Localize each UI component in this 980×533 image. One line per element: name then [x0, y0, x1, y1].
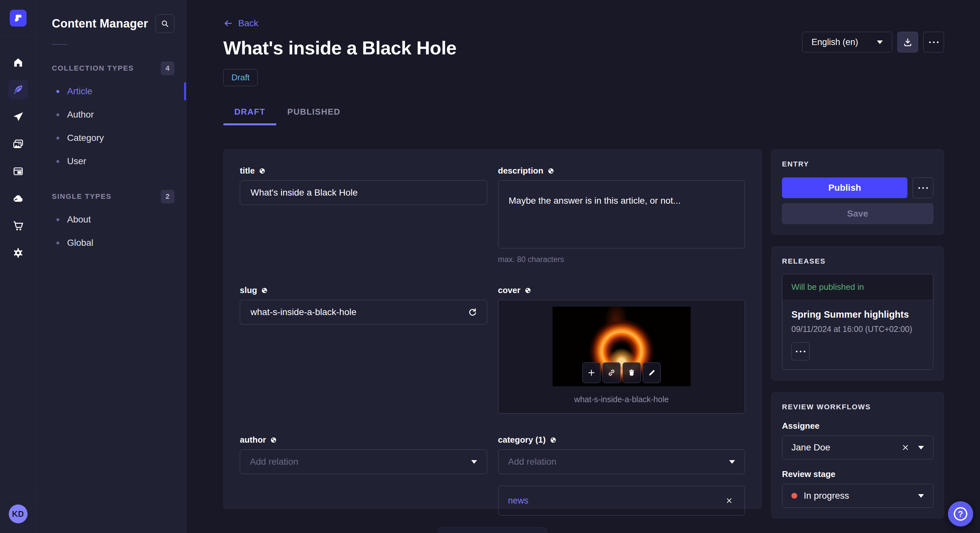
bullet-icon: [56, 113, 59, 116]
review-workflows-panel: REVIEW WORKFLOWS Assignee Jane Doe Revie…: [771, 392, 944, 519]
assignee-value: Jane Doe: [791, 443, 901, 453]
category-field-label: category (1): [498, 435, 546, 445]
remove-relation-button[interactable]: [723, 495, 735, 506]
sidebar-item-article[interactable]: Article: [36, 80, 186, 103]
search-button[interactable]: [156, 14, 174, 33]
main-nav-rail: KD: [0, 0, 36, 533]
releases-panel-title: RELEASES: [782, 257, 933, 265]
main-content: Back What's inside a Black Hole Draft En…: [186, 0, 980, 533]
help-button[interactable]: ?: [948, 501, 973, 527]
more-actions-button[interactable]: [923, 32, 944, 52]
plus-icon: [587, 368, 596, 377]
sidebar-item-label: User: [67, 156, 86, 167]
release-name: Spring Summer highlights: [791, 309, 924, 320]
strapi-logo[interactable]: [10, 10, 27, 27]
entry-more-button[interactable]: [913, 178, 933, 198]
locale-select[interactable]: English (en): [802, 32, 892, 52]
i18n-globe-icon: [524, 287, 531, 294]
edit-form-card: title description Maybe the answer is in…: [223, 149, 762, 509]
bullet-icon: [56, 160, 59, 163]
author-field-label: author: [240, 435, 266, 445]
collapsed-bottom-panel[interactable]: [438, 527, 548, 533]
bullet-icon: [56, 241, 59, 244]
category-placeholder: Add relation: [508, 457, 557, 467]
author-relation-select[interactable]: Add relation: [240, 449, 487, 474]
category-relation-select[interactable]: Add relation: [498, 449, 745, 474]
section-label: SINGLE TYPES: [52, 192, 111, 201]
right-sidebar: ENTRY Publish Save RELEASES Will be publ…: [771, 149, 944, 519]
locale-value: English (en): [811, 37, 858, 47]
release-more-button[interactable]: [791, 342, 810, 360]
assignee-combobox[interactable]: Jane Doe: [782, 436, 933, 460]
author-field-group: author Add relation: [240, 435, 487, 474]
home-icon[interactable]: [8, 53, 28, 72]
review-stage-select[interactable]: In progress: [782, 484, 933, 508]
cover-media-box: what-s-inside-a-black-hole: [498, 300, 745, 414]
description-textarea[interactable]: Maybe the answer is in this article, or …: [498, 180, 745, 248]
regenerate-slug-button[interactable]: [466, 306, 479, 318]
logo-section: [0, 0, 36, 36]
sidebar-item-author[interactable]: Author: [36, 103, 186, 126]
sidebar-item-label: About: [67, 214, 91, 225]
page-title: What's inside a Black Hole: [223, 37, 457, 59]
slug-input[interactable]: [240, 300, 487, 324]
copy-link-button[interactable]: [603, 362, 620, 383]
tab-published[interactable]: PUBLISHED: [277, 107, 352, 125]
sidebar-item-label: Global: [67, 238, 93, 248]
back-label: Back: [238, 18, 258, 29]
user-avatar[interactable]: KD: [9, 504, 27, 523]
refresh-icon: [468, 307, 477, 317]
arrow-left-icon: [223, 19, 233, 28]
review-panel-title: REVIEW WORKFLOWS: [782, 403, 933, 411]
bullet-icon: [56, 136, 59, 140]
save-button[interactable]: Save: [782, 203, 933, 224]
more-icon: [929, 41, 939, 43]
sidebar-item-about[interactable]: About: [36, 208, 186, 231]
edit-media-button[interactable]: [643, 362, 661, 383]
slug-field-label: slug: [240, 285, 257, 295]
back-link[interactable]: Back: [223, 18, 457, 29]
settings-gear-icon[interactable]: [8, 243, 28, 263]
sidebar-item-user[interactable]: User: [36, 150, 186, 173]
title-field-label: title: [240, 166, 255, 176]
title-input[interactable]: [240, 180, 487, 205]
export-button[interactable]: [897, 32, 918, 52]
add-media-button[interactable]: [582, 362, 600, 383]
search-icon: [161, 19, 170, 28]
releases-icon[interactable]: [8, 107, 28, 127]
more-icon: [796, 351, 805, 352]
chevron-down-icon: [877, 40, 883, 44]
status-badge: Draft: [223, 69, 258, 86]
media-library-icon[interactable]: [8, 134, 28, 154]
relation-link-news[interactable]: news: [508, 496, 528, 506]
description-field-group: description Maybe the answer is in this …: [498, 166, 745, 264]
tab-draft[interactable]: DRAFT: [223, 107, 277, 125]
entry-panel-title: ENTRY: [782, 160, 933, 168]
single-types-list: About Global: [36, 208, 186, 254]
more-icon: [918, 187, 928, 189]
description-field-label: description: [498, 166, 544, 176]
content-type-builder-icon[interactable]: [8, 162, 28, 181]
trash-icon: [627, 368, 636, 377]
publish-button[interactable]: Publish: [782, 178, 907, 198]
sidebar-item-label: Author: [67, 109, 94, 120]
download-icon: [903, 37, 913, 47]
count-badge: 4: [161, 62, 174, 75]
deploy-cloud-icon[interactable]: [8, 189, 28, 208]
sidebar-item-global[interactable]: Global: [36, 231, 186, 254]
delete-media-button[interactable]: [622, 362, 641, 383]
cover-field-label: cover: [498, 285, 520, 295]
sidebar-item-category[interactable]: Category: [36, 126, 186, 150]
close-icon: [725, 497, 733, 504]
link-icon: [607, 368, 616, 377]
question-mark-icon: ?: [954, 507, 967, 521]
i18n-globe-icon: [261, 287, 268, 294]
clear-icon[interactable]: [901, 443, 910, 452]
content-manager-icon[interactable]: [8, 80, 28, 99]
content-manager-sidebar: Content Manager COLLECTION TYPES 4 Artic…: [36, 0, 186, 533]
i18n-globe-icon: [550, 436, 557, 444]
strapi-logo-icon: [13, 13, 23, 23]
release-date: 09/11/2024 at 16:00 (UTC+02:00): [791, 324, 924, 334]
marketplace-cart-icon[interactable]: [8, 216, 28, 235]
active-item-indicator: [184, 82, 186, 100]
